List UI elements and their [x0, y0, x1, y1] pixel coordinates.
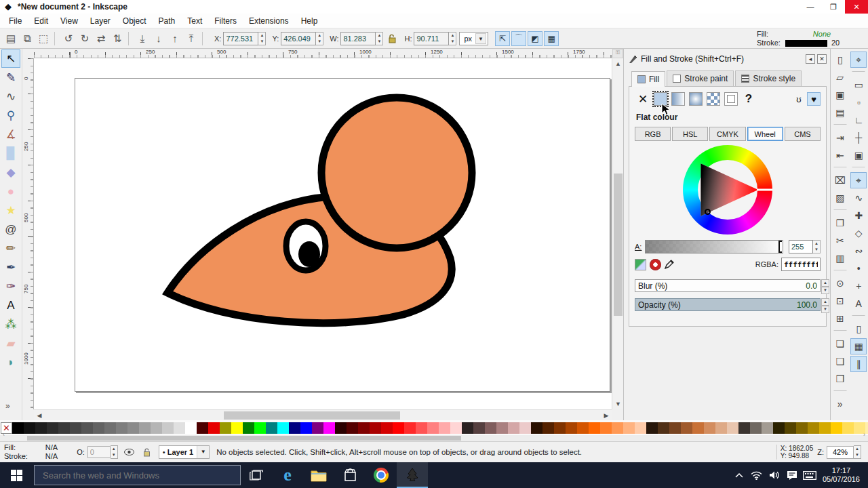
palette-swatch[interactable] [289, 422, 300, 434]
eye-pupil[interactable] [298, 241, 320, 267]
zoom-page-button[interactable]: ⊞ [832, 310, 848, 327]
menu-filters[interactable]: Filters [208, 14, 243, 28]
palette-swatch[interactable] [12, 422, 24, 434]
palette-swatch[interactable] [589, 422, 600, 434]
paint-linear-gradient-button[interactable] [671, 92, 685, 106]
palette-swatch[interactable] [24, 422, 35, 434]
palette-swatch[interactable] [335, 422, 347, 434]
palette-swatch[interactable] [208, 422, 220, 434]
file-explorer-button[interactable] [303, 462, 334, 488]
alpha-slider-cursor[interactable] [778, 241, 782, 253]
palette-swatch[interactable] [577, 422, 589, 434]
paste-button[interactable]: ▥ [832, 250, 848, 266]
scroll-right-arrow[interactable]: ▶ [601, 410, 612, 421]
pencil-tool[interactable]: ✏ [1, 239, 20, 258]
snap-bbox-corners-toggle[interactable]: ∟ [850, 112, 867, 128]
palette-swatch[interactable] [785, 422, 796, 434]
pattern-button[interactable]: ▨ [832, 190, 848, 206]
menu-layer[interactable]: Layer [84, 14, 117, 28]
palette-swatch[interactable] [151, 422, 162, 434]
open-document-button[interactable]: ▱ [832, 69, 848, 85]
dialog-collapse-button[interactable]: ◂ [806, 54, 815, 64]
palette-scroll-left[interactable]: ‹ [3, 431, 5, 438]
palette-swatch[interactable] [450, 422, 462, 434]
snap-bbox-centers-toggle[interactable]: ▣ [850, 147, 867, 163]
cut-button[interactable]: ✂ [832, 232, 848, 249]
tweak-tool[interactable]: ∿ [1, 87, 20, 106]
color-selector-marker[interactable] [705, 209, 711, 215]
paint-bucket-tool[interactable]: ◗ [1, 353, 20, 371]
palette-swatch[interactable] [162, 422, 174, 434]
horizontal-ruler[interactable]: 02505007501000125015001750 [34, 49, 612, 58]
palette-swatch[interactable] [566, 422, 577, 434]
menu-text[interactable]: Text [181, 14, 208, 28]
select-all-layers-button[interactable]: ⧉ [19, 30, 35, 47]
palette-swatch[interactable] [58, 422, 70, 434]
palette-swatch[interactable] [669, 422, 681, 434]
palette-swatch[interactable] [277, 422, 289, 434]
taskbar-search[interactable] [34, 465, 241, 485]
layer-select[interactable]: • Layer 1 ▼ [159, 445, 210, 459]
3d-box-tool[interactable]: ◆ [1, 163, 20, 182]
alpha-spinner[interactable]: ▲▼ [813, 240, 821, 253]
zoom-spinner[interactable]: ▲▼ [854, 445, 861, 459]
palette-swatch[interactable] [462, 422, 473, 434]
volume-icon[interactable] [766, 462, 783, 488]
print-button[interactable]: ▤ [832, 104, 848, 121]
palette-swatch[interactable] [738, 422, 750, 434]
task-view-button[interactable] [241, 462, 272, 488]
opacity-spinner[interactable]: ▲▼ [821, 298, 829, 311]
palette-swatch[interactable] [819, 422, 831, 434]
object-opacity-field[interactable] [87, 446, 111, 458]
colorspace-cms-button[interactable]: CMS [785, 127, 821, 141]
rgba-value-field[interactable] [781, 258, 821, 271]
snap-text-baseline-toggle[interactable]: A [850, 296, 867, 312]
chrome-button[interactable] [366, 462, 397, 488]
layer-visibility-icon[interactable] [123, 446, 136, 458]
snap-guides-toggle[interactable]: ∥ [850, 356, 867, 372]
palette-swatch[interactable] [508, 422, 519, 434]
menu-file[interactable]: File [3, 14, 28, 28]
affect-stroke-toggle[interactable]: ⇱ [495, 31, 510, 46]
scroll-down-arrow[interactable]: ▼ [612, 399, 624, 409]
paint-none-button[interactable]: ✕ [636, 92, 650, 106]
palette-swatch[interactable] [796, 422, 808, 434]
palette-swatch[interactable] [704, 422, 715, 434]
tray-chevron-icon[interactable] [730, 462, 748, 488]
duplicate-button[interactable]: ❏ [832, 336, 848, 352]
fill-rule-nonzero-button[interactable]: ♥ [807, 92, 821, 106]
zoom-field[interactable] [827, 446, 854, 459]
x-spinner[interactable]: ▲▼ [258, 32, 266, 45]
palette-swatch[interactable] [554, 422, 566, 434]
head-circle[interactable] [321, 98, 472, 248]
snap-page-border-toggle[interactable]: ▯ [850, 321, 867, 337]
calligraphy-tool[interactable]: ✑ [1, 277, 20, 296]
palette-scroll-thumb[interactable] [27, 436, 461, 441]
unit-select[interactable]: px ▼ [459, 32, 488, 45]
selector-tool[interactable]: ↖ [1, 49, 20, 68]
palette-swatch[interactable] [35, 422, 47, 434]
palette-swatch[interactable] [692, 422, 704, 434]
snap-object-centers-toggle[interactable]: + [850, 278, 867, 294]
snap-paths-toggle[interactable]: ∿ [850, 190, 867, 206]
copy-button[interactable]: ❐ [832, 215, 848, 231]
h-field[interactable] [414, 32, 449, 45]
y-field[interactable] [281, 32, 316, 45]
h-spinner[interactable]: ▲▼ [449, 32, 456, 45]
palette-swatch[interactable] [393, 422, 404, 434]
palette-swatch[interactable] [681, 422, 692, 434]
new-document-button[interactable]: ▯ [832, 52, 848, 68]
horizontal-scroll-thumb[interactable] [224, 411, 400, 420]
palette-swatch[interactable] [427, 422, 439, 434]
blur-spinner[interactable]: ▲▼ [821, 279, 829, 292]
palette-swatch[interactable] [231, 422, 243, 434]
palette-swatch[interactable] [370, 422, 381, 434]
menu-object[interactable]: Object [117, 14, 153, 28]
w-field[interactable] [340, 32, 376, 45]
ellipse-tool[interactable]: ● [1, 182, 20, 201]
close-button[interactable]: ✕ [845, 0, 868, 14]
palette-swatch[interactable] [185, 422, 197, 434]
snap-nodes-toggle[interactable]: ⌖ [850, 172, 867, 188]
inkscape-taskbar-button[interactable] [397, 462, 428, 488]
eraser-tool[interactable]: ▰ [1, 334, 20, 352]
